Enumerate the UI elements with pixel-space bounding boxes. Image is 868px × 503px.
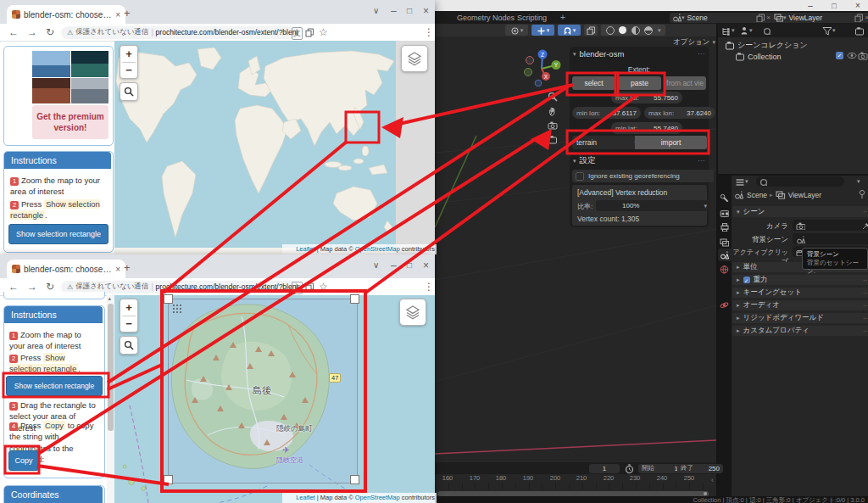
world-map[interactable] [114, 41, 435, 254]
timeline-ruler[interactable]: 160 170 180 190 200 210 220 230 240 250 [435, 474, 716, 483]
extent-paste-button[interactable]: paste [618, 76, 661, 90]
settings-panel-title[interactable]: 設定 [580, 155, 698, 166]
browser-menu-icon[interactable]: ⋮ [424, 26, 434, 38]
premium-link[interactable]: Get the premium version! [32, 105, 108, 139]
selection-handle-ne[interactable] [350, 294, 359, 304]
map-search-button[interactable] [120, 82, 138, 101]
send-to-device-icon[interactable] [305, 28, 314, 37]
collection-hide-eye-icon[interactable] [847, 52, 857, 59]
selection-handle-nw[interactable] [164, 294, 173, 304]
tab-physics-icon[interactable] [720, 300, 729, 310]
tab-search-icon[interactable]: ∨ [373, 260, 379, 270]
remove-viewlayer-icon[interactable]: × [865, 14, 868, 21]
pin-id-icon[interactable] [858, 189, 866, 199]
panel-collapse-icon[interactable]: ▾ [573, 51, 576, 58]
tab-search-icon[interactable]: ∨ [373, 6, 379, 15]
zoom-out-button[interactable]: − [125, 316, 132, 332]
layers-control[interactable] [401, 45, 428, 72]
zoom-in-button[interactable]: + [125, 300, 132, 316]
shading-mode-switch[interactable]: ▾ [601, 25, 665, 36]
viewlayer-selector[interactable]: ▾ ViewLayer × [771, 13, 868, 23]
shading-solid-icon[interactable] [619, 26, 626, 34]
back-icon[interactable]: ← [8, 281, 19, 293]
back-icon[interactable]: ← [8, 26, 19, 38]
frame-start-field[interactable]: 開始1 [638, 464, 682, 473]
import-mode-dropdown[interactable]: terrain▾ [572, 136, 642, 149]
viewport-zoom-icon[interactable] [548, 92, 559, 103]
scrollbar-up-icon[interactable]: ▴ [108, 295, 112, 302]
window-close-button[interactable]: × [423, 260, 429, 271]
tab-viewlayer-icon[interactable] [720, 238, 729, 247]
ratio-dropdown[interactable]: 100%▾ [596, 200, 711, 211]
panel-rigid-body[interactable]: ▸リジッドボディワールド⋯ [732, 313, 868, 323]
viewport-move-hand-icon[interactable] [548, 106, 559, 117]
zoom-in-button[interactable]: + [125, 47, 132, 62]
show-selection-rectangle-button[interactable]: Show selection rectangle [6, 376, 103, 396]
proportional-edit-toggle[interactable]: ▾ [558, 25, 581, 36]
blender-maximize-button[interactable]: □ [824, 0, 844, 11]
snap-toggle[interactable]: ▾ [531, 25, 554, 36]
sidebar-scrollbar-thumb[interactable] [108, 304, 114, 431]
zoom-out-button[interactable]: − [125, 63, 132, 78]
max-lat-field[interactable]: max lat:55.7560 [611, 92, 682, 103]
browser-menu-icon[interactable]: ⋮ [424, 281, 434, 293]
copy-button[interactable]: Copy [8, 450, 39, 471]
panel-gravity[interactable]: ▸ ✓ 重力⋯ [732, 275, 868, 285]
overlays-toggle[interactable] [584, 25, 598, 36]
workspace-tab-geometry-nodes[interactable]: Geometry Nodes [457, 14, 515, 22]
forward-icon[interactable]: → [27, 26, 37, 38]
ignore-georeferencing-checkbox[interactable] [576, 172, 584, 181]
scene-selector-dropdown-icon[interactable]: ▾ [682, 14, 685, 21]
new-collection-icon[interactable] [854, 26, 864, 36]
tab-close-icon[interactable]: × [115, 10, 120, 20]
viewport-camera-view-icon[interactable] [548, 120, 559, 131]
gravity-checkbox[interactable]: ✓ [743, 277, 750, 283]
workspace-add-tab-button[interactable]: + [560, 13, 565, 22]
selection-drag-grip-icon[interactable] [172, 304, 182, 314]
osm-panel-title[interactable]: blender-osm [580, 49, 698, 59]
shading-material-icon[interactable] [632, 26, 640, 35]
import-button[interactable]: import [635, 136, 707, 149]
window-maximize-button[interactable]: □ [407, 260, 412, 270]
frame-end-field[interactable]: 終了250 [677, 464, 723, 473]
collection-exclude-checkbox[interactable]: ✓ [836, 52, 843, 59]
collection-render-camera-icon[interactable] [858, 51, 868, 60]
forward-icon[interactable]: → [27, 281, 37, 293]
window-close-button[interactable]: × [423, 5, 429, 17]
translate-icon[interactable]: 文 [292, 27, 303, 40]
outliner-search-input[interactable] [760, 25, 826, 36]
reload-icon[interactable]: ↻ [46, 26, 54, 38]
bg-scene-field[interactable] [793, 233, 868, 244]
leaflet-link[interactable]: Leaflet [296, 494, 315, 501]
show-selection-rectangle-button[interactable]: Show selection rectangle [8, 224, 108, 244]
navigation-gizmo[interactable]: Z Y X [522, 46, 563, 87]
extent-from-view-button[interactable]: from act vie [664, 76, 706, 90]
security-warning-icon[interactable]: ⚠ [67, 29, 73, 36]
window-minimize-button[interactable]: – [391, 260, 397, 271]
settings-collapse-icon[interactable]: ▾ [573, 158, 576, 165]
blender-close-button[interactable]: × [848, 0, 868, 11]
layers-control[interactable] [399, 299, 426, 326]
shading-wireframe-icon[interactable] [606, 26, 615, 35]
tab-render-icon[interactable] [720, 209, 729, 218]
blender-minimize-button[interactable]: – [800, 0, 821, 11]
unlink-scene-icon[interactable]: × [766, 14, 771, 21]
min-lat-field[interactable]: min lat:55.7480 [611, 122, 682, 134]
window-minimize-button[interactable]: – [391, 5, 397, 17]
tab-output-icon[interactable] [720, 222, 729, 232]
timeline-scrollbar-handle[interactable] [704, 492, 707, 495]
new-tab-button[interactable]: + [124, 7, 131, 20]
panel-audio[interactable]: ▸オーディオ⋯ [732, 300, 868, 310]
selection-handle-se[interactable] [350, 475, 359, 484]
bookmark-star-icon[interactable]: ☆ [319, 281, 328, 293]
new-tab-button[interactable]: + [124, 261, 131, 274]
send-to-device-icon[interactable] [305, 282, 314, 292]
translate-icon[interactable]: 文 [292, 282, 303, 294]
tab-tool-icon[interactable] [720, 193, 729, 203]
security-warning-icon[interactable]: ⚠ [67, 283, 73, 291]
viewport-ortho-toggle-icon[interactable] [548, 135, 559, 146]
panel-custom-props[interactable]: ▸カスタムプロパティ⋯ [732, 326, 868, 336]
new-scene-icon[interactable] [756, 14, 765, 22]
min-lon-field[interactable]: min lon:37.6117 [572, 107, 641, 119]
map-search-button[interactable] [120, 336, 138, 355]
